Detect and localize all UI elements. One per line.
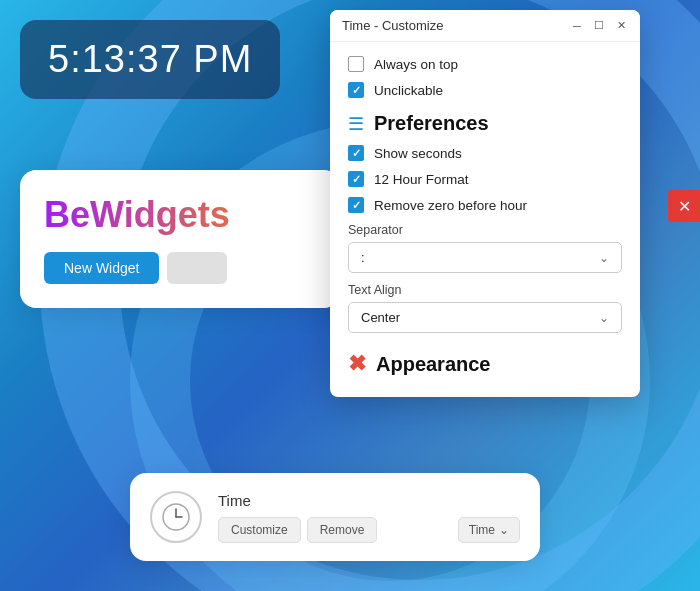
- separator-value: :: [361, 250, 365, 265]
- time-text: 5:13:37 PM: [48, 38, 252, 80]
- show-seconds-checkbox[interactable]: [348, 145, 364, 161]
- preferences-header: ☰ Preferences: [348, 112, 622, 135]
- always-on-top-row: Always on top: [348, 56, 622, 72]
- minimize-button[interactable]: ─: [570, 19, 584, 33]
- show-seconds-row: Show seconds: [348, 145, 622, 161]
- customize-dialog: Time - Customize ─ ☐ ✕ Always on top Unc…: [330, 10, 640, 397]
- text-align-select[interactable]: Center ⌄: [348, 302, 622, 333]
- dialog-titlebar: Time - Customize ─ ☐ ✕: [330, 10, 640, 42]
- time-widget-buttons: Customize Remove Time ⌄: [218, 517, 520, 543]
- type-select-value: Time: [469, 523, 495, 537]
- hour-format-label: 12 Hour Format: [374, 172, 469, 187]
- remove-zero-checkbox[interactable]: [348, 197, 364, 213]
- time-display-widget: 5:13:37 PM: [20, 20, 280, 99]
- red-close-button[interactable]: ✕: [668, 190, 700, 222]
- time-widget-row: Time Customize Remove Time ⌄: [130, 473, 540, 561]
- hour-format-row: 12 Hour Format: [348, 171, 622, 187]
- separator-label: Separator: [348, 223, 622, 237]
- bewidgets-title: BeWidgets: [44, 194, 316, 236]
- unclickable-label: Unclickable: [374, 83, 443, 98]
- type-select-chevron: ⌄: [499, 523, 509, 537]
- red-close-icon: ✕: [678, 197, 691, 216]
- preferences-icon: ☰: [348, 113, 364, 135]
- remove-zero-label: Remove zero before hour: [374, 198, 527, 213]
- text-align-value: Center: [361, 310, 400, 325]
- unclickable-row: Unclickable: [348, 82, 622, 98]
- clock-icon: [150, 491, 202, 543]
- unclickable-checkbox[interactable]: [348, 82, 364, 98]
- new-widget-spacer: [167, 252, 227, 284]
- remove-button[interactable]: Remove: [307, 517, 378, 543]
- preferences-title: Preferences: [374, 112, 489, 135]
- always-on-top-checkbox[interactable]: [348, 56, 364, 72]
- text-align-chevron: ⌄: [599, 311, 609, 325]
- text-align-label: Text Align: [348, 283, 622, 297]
- time-widget-label: Time: [218, 492, 520, 509]
- show-seconds-label: Show seconds: [374, 146, 462, 161]
- always-on-top-label: Always on top: [374, 57, 458, 72]
- bewidgets-panel: BeWidgets New Widget: [20, 170, 340, 308]
- close-button[interactable]: ✕: [614, 19, 628, 33]
- appearance-icon: ✖: [348, 351, 366, 377]
- hour-format-checkbox[interactable]: [348, 171, 364, 187]
- clock-svg: [160, 501, 192, 533]
- separator-select[interactable]: : ⌄: [348, 242, 622, 273]
- time-widget-right: Time Customize Remove Time ⌄: [218, 492, 520, 543]
- remove-zero-row: Remove zero before hour: [348, 197, 622, 213]
- customize-button[interactable]: Customize: [218, 517, 301, 543]
- maximize-button[interactable]: ☐: [592, 19, 606, 33]
- separator-chevron: ⌄: [599, 251, 609, 265]
- dialog-body: Always on top Unclickable ☰ Preferences …: [330, 42, 640, 397]
- appearance-title: Appearance: [376, 353, 491, 376]
- dialog-controls: ─ ☐ ✕: [570, 19, 628, 33]
- type-select[interactable]: Time ⌄: [458, 517, 520, 543]
- new-widget-button[interactable]: New Widget: [44, 252, 159, 284]
- appearance-section: ✖ Appearance: [348, 351, 622, 377]
- dialog-title: Time - Customize: [342, 18, 443, 33]
